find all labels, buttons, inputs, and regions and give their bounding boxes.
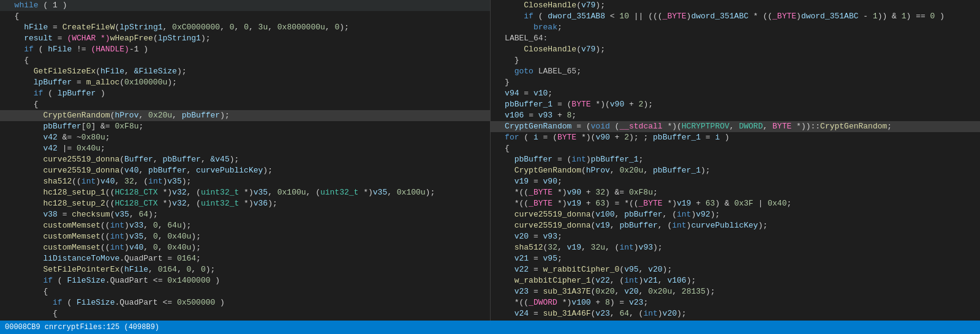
code-line: CloseHandle(v79); <box>491 44 981 55</box>
left-code-table: while ( 1 ) { hFile = CreateFileW(lpStri… <box>0 0 490 321</box>
table-row: CloseHandle(v79); <box>491 44 981 55</box>
table-row: v19 = v90; <box>491 176 981 187</box>
code-line: if ( dword_351AB8 < 10 || (((_BYTE)dword… <box>491 11 981 22</box>
table-row: { <box>491 143 981 154</box>
table-row: v21 = v95; <box>491 253 981 264</box>
code-line: if ( lpBuffer ) <box>0 88 490 99</box>
table-row: goto LABEL_65; <box>491 66 981 77</box>
table-row: v22 = w_rabbitCipher_0(v95, v20); <box>491 264 981 275</box>
code-line: v19 = v90; <box>491 176 981 187</box>
code-line: if ( hFile != (HANDLE)-1 ) <box>0 44 490 55</box>
code-line: v21 = v95; <box>491 253 981 264</box>
code-line: v38 = checksum(v35, 64); <box>0 209 490 220</box>
code-line: for ( i = (BYTE *)(v90 + 2); ; pbBuffer_… <box>491 132 981 143</box>
code-line: CryptGenRandom = (void (__stdcall *)(HCR… <box>491 121 981 132</box>
code-line: { <box>0 55 490 66</box>
code-line: customMemset((int)v40, 0, 0x40u); <box>0 242 490 253</box>
code-line: v20 = v93; <box>491 231 981 242</box>
table-row: hc128_setup_2((HC128_CTX *)v32, (uint32_… <box>0 198 490 209</box>
table-row: { <box>0 286 490 297</box>
table-row: break; <box>491 22 981 33</box>
code-line: goto LABEL_65; <box>491 66 981 77</box>
table-row: if ( FileSize.QuadPart <= 0x500000 ) <box>0 297 490 308</box>
table-row: { <box>0 99 490 110</box>
code-line: result = (WCHAR *)wHeapFree(lpString1); <box>0 33 490 44</box>
right-pane[interactable]: CloseHandle(v79); if ( dword_351AB8 < 10… <box>491 0 981 321</box>
code-line: liDistanceToMove.QuadPart = 0164; <box>0 253 490 264</box>
table-row: w_rabbitCipher_1(v22, (int)v21, v106); <box>491 275 981 286</box>
code-line: if ( FileSize.QuadPart <= 0x500000 ) <box>0 297 490 308</box>
code-line: v24 = sub_31A46F(v23, 64, (int)v20); <box>491 308 981 319</box>
status-text: 00008CB9 cnrcryptFiles:125 (4098B9) <box>5 323 159 332</box>
left-pane[interactable]: while ( 1 ) { hFile = CreateFileW(lpStri… <box>0 0 491 321</box>
table-row: customMemset((int)v40, 0, 0x40u); <box>0 242 490 253</box>
code-line: curve25519_donna(v40, pbBuffer, curvePub… <box>0 165 490 176</box>
table-row: pbBuffer_1 = (BYTE *)(v90 + 2); <box>491 99 981 110</box>
code-line: { <box>0 11 490 22</box>
table-row: pbBuffer = (int)pbBuffer_1; <box>491 154 981 165</box>
table-row: customMemset((int)v35, 0, 0x40u); <box>0 231 490 242</box>
table-row: v42 |= 0x40u; <box>0 143 490 154</box>
table-row: { <box>0 55 490 66</box>
code-line: v23 = sub_31A37E(0x20, v20, 0x20u, 28135… <box>491 286 981 297</box>
right-code-table: CloseHandle(v79); if ( dword_351AB8 < 10… <box>491 0 981 321</box>
table-row: if ( dword_351AB8 < 10 || (((_BYTE)dword… <box>491 11 981 22</box>
code-line: v42 |= 0x40u; <box>0 143 490 154</box>
code-line: SetFilePointerEx(hFile, 0164, 0, 0); <box>0 264 490 275</box>
code-line: pbBuffer_1 = (BYTE *)(v90 + 2); <box>491 99 981 110</box>
table-row: curve25519_donna(Buffer, pbBuffer, &v45)… <box>0 154 490 165</box>
table-row: sha512(32, v19, 32u, (int)v93); <box>491 242 981 253</box>
code-line: v42 &= ~0x80u; <box>0 132 490 143</box>
table-row: hFile = CreateFileW(lpString1, 0xC000000… <box>0 22 490 33</box>
code-line: curve25519_donna(v100, pbBuffer, (int)v9… <box>491 209 981 220</box>
code-line: } <box>491 55 981 66</box>
table-row: if ( hFile != (HANDLE)-1 ) <box>0 44 490 55</box>
code-line: { <box>0 286 490 297</box>
table-row: } <box>491 77 981 88</box>
code-line: sha512(32, v19, 32u, (int)v93); <box>491 242 981 253</box>
table-row: v106 = v93 + 8; <box>491 110 981 121</box>
table-row: if ( lpBuffer ) <box>0 88 490 99</box>
code-line: { <box>0 308 490 319</box>
table-row: result = (WCHAR *)wHeapFree(lpString1); <box>0 33 490 44</box>
code-line: lpBuffer = m_alloc(0x100000u); <box>0 77 490 88</box>
table-row: liDistanceToMove.QuadPart = 0164; <box>0 253 490 264</box>
code-line: hc128_setup_2((HC128_CTX *)v32, (uint32_… <box>0 198 490 209</box>
code-container: while ( 1 ) { hFile = CreateFileW(lpStri… <box>0 0 980 321</box>
table-row: *((_DWORD *)v100 + 8) = v23; <box>491 297 981 308</box>
table-row: v24 = sub_31A46F(v23, 64, (int)v20); <box>491 308 981 319</box>
table-row: while ( 1 ) <box>0 0 490 11</box>
code-line: break; <box>491 22 981 33</box>
code-line: { <box>491 143 981 154</box>
table-row: curve25519_donna(v19, pbBuffer, (int)cur… <box>491 220 981 231</box>
code-line: } <box>491 77 981 88</box>
table-row: lpBuffer = m_alloc(0x100000u); <box>0 77 490 88</box>
table-row: { <box>0 11 490 22</box>
code-line: hFile = CreateFileW(lpString1, 0xC000000… <box>0 22 490 33</box>
code-line: curve25519_donna(Buffer, pbBuffer, &v45)… <box>0 154 490 165</box>
table-row: GetFileSizeEx(hFile, &FileSize); <box>0 66 490 77</box>
code-line: customMemset((int)v33, 0, 64u); <box>0 220 490 231</box>
table-row: LABEL_64: <box>491 33 981 44</box>
code-line: pbBuffer = (int)pbBuffer_1; <box>491 154 981 165</box>
table-row: *((_BYTE *)v19 + 63) = *((_BYTE *)v19 + … <box>491 198 981 209</box>
table-row: curve25519_donna(v100, pbBuffer, (int)v9… <box>491 209 981 220</box>
table-row: v20 = v93; <box>491 231 981 242</box>
code-line: CryptGenRandom(hProv, 0x20u, pbBuffer); <box>0 110 490 121</box>
code-line: v22 = w_rabbitCipher_0(v95, v20); <box>491 264 981 275</box>
code-line: customMemset((int)v35, 0, 0x40u); <box>0 231 490 242</box>
table-row: *((_BYTE *)v90 + 32) &= 0xF8u; <box>491 187 981 198</box>
table-row: } <box>491 55 981 66</box>
table-row: customMemset((int)v33, 0, 64u); <box>0 220 490 231</box>
table-row: CryptGenRandom(hProv, 0x20u, pbBuffer_1)… <box>491 165 981 176</box>
code-line: sha512((int)v40, 32, (int)v35); <box>0 176 490 187</box>
table-row: SetFilePointerEx(hFile, 0164, 0, 0); <box>0 264 490 275</box>
table-row: if ( FileSize.QuadPart <= 0x1400000 ) <box>0 275 490 286</box>
table-row: CryptGenRandom(hProv, 0x20u, pbBuffer); <box>0 110 490 121</box>
table-row: v94 = v10; <box>491 88 981 99</box>
status-bar: 00008CB9 cnrcryptFiles:125 (4098B9) <box>0 321 980 334</box>
table-row: { <box>0 308 490 319</box>
table-row: sha512((int)v40, 32, (int)v35); <box>0 176 490 187</box>
table-row: curve25519_donna(v40, pbBuffer, curvePub… <box>0 165 490 176</box>
code-line: if ( FileSize.QuadPart <= 0x1400000 ) <box>0 275 490 286</box>
